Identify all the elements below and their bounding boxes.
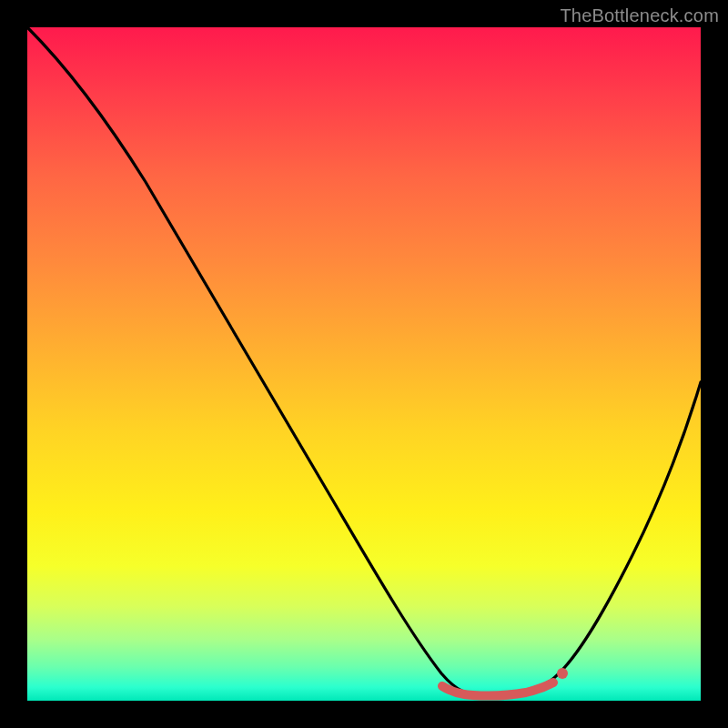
plot-area — [27, 27, 701, 701]
bottleneck-curve — [27, 27, 701, 696]
attribution-text: TheBottleneck.com — [560, 5, 719, 26]
curve-svg — [27, 27, 701, 701]
chart-frame: TheBottleneck.com — [0, 0, 728, 728]
optimal-range-line — [442, 682, 553, 696]
range-end-marker — [557, 668, 568, 679]
